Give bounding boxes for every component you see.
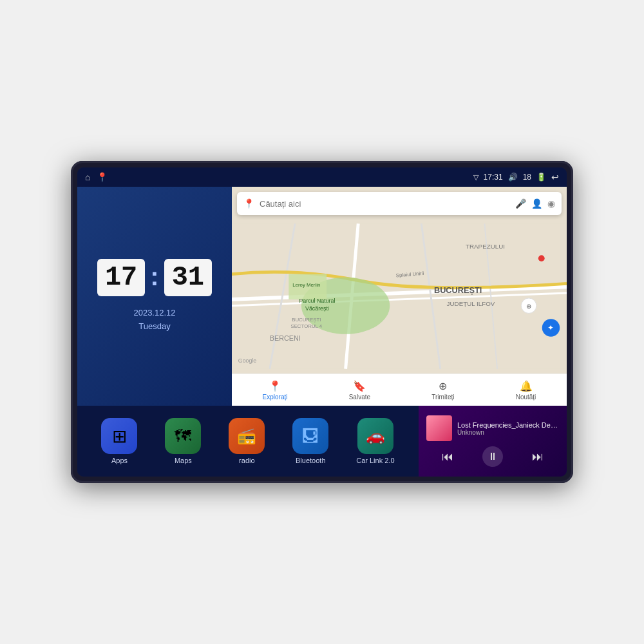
maps-shortcut-icon[interactable]: 📍 [97, 172, 108, 182]
svg-text:BUCUREȘTI: BUCUREȘTI [292, 317, 321, 323]
carlink-label: Car Link 2.0 [356, 457, 394, 464]
maps-icon: 🗺 [175, 426, 191, 446]
svg-text:Google: Google [238, 357, 257, 364]
clock-date: 2023.12.12 Tuesday [133, 307, 175, 334]
radio-icon: 📻 [237, 427, 256, 445]
svg-text:⊕: ⊕ [526, 303, 531, 310]
svg-text:✦: ✦ [547, 323, 554, 332]
app-item-maps[interactable]: 🗺 Maps [165, 418, 201, 464]
noutati-label: Noutăți [516, 393, 536, 401]
device: ⌂ 📍 ▽ 17:31 🔊 18 🔋 ↩ 17 : [71, 161, 573, 483]
map-content: BERCENI BUCUREȘTI JUDEȚUL ILFOV TRAPEZUL… [232, 219, 567, 374]
layers-icon[interactable]: ◉ [547, 198, 555, 209]
battery-icon: 🔋 [536, 173, 546, 182]
status-bar-right: ▽ 17:31 🔊 18 🔋 ↩ [473, 172, 559, 182]
svg-text:BERCENI: BERCENI [270, 334, 301, 342]
trimiteti-label: Trimiteți [431, 393, 454, 401]
maps-label: Maps [175, 457, 192, 464]
svg-text:Leroy Merlin: Leroy Merlin [292, 282, 320, 288]
salvate-label: Salvate [349, 393, 370, 401]
svg-text:Parcul Natural: Parcul Natural [299, 298, 335, 304]
svg-text:SECTORUL 4: SECTORUL 4 [290, 323, 322, 329]
carlink-icon-circle: 🚗 [357, 418, 393, 454]
apps-icon-circle: ⊞ [101, 418, 137, 454]
home-icon[interactable]: ⌂ [85, 172, 90, 182]
svg-text:Văcărești: Văcărești [305, 305, 329, 312]
status-bar-left: ⌂ 📍 [85, 172, 108, 182]
clock-minutes: 31 [164, 259, 212, 296]
status-bar: ⌂ 📍 ▽ 17:31 🔊 18 🔋 ↩ [77, 167, 567, 187]
map-nav-bar: 📍 Explorați 🔖 Salvate ⊕ Trimiteți 🔔 [232, 374, 567, 406]
bottom-section: ⊞ Apps 🗺 Maps 📻 [77, 406, 567, 477]
salvate-icon: 🔖 [353, 380, 366, 392]
explorati-label: Explorați [263, 393, 288, 401]
bluetooth-label: Bluetooth [296, 457, 325, 464]
music-thumbnail [426, 415, 452, 441]
map-nav-salvate[interactable]: 🔖 Salvate [349, 380, 370, 401]
app-item-apps[interactable]: ⊞ Apps [101, 418, 137, 464]
map-search-input[interactable] [260, 199, 510, 209]
map-search-bar[interactable]: 📍 🎤 👤 ◉ [237, 192, 562, 215]
map-pin-icon: 📍 [243, 198, 254, 209]
next-button[interactable]: ⏭ [529, 448, 546, 466]
apps-icon: ⊞ [112, 426, 127, 447]
volume-icon[interactable]: 🔊 [508, 173, 518, 182]
clock-display: 17 : 31 [97, 259, 212, 296]
trimiteti-icon: ⊕ [439, 380, 447, 392]
svg-text:BUCUREȘTI: BUCUREȘTI [434, 285, 482, 295]
music-text: Lost Frequencies_Janieck Devy-... Unknow… [457, 421, 559, 436]
clock-colon: : [150, 262, 158, 291]
map-nav-noutati[interactable]: 🔔 Noutăți [516, 380, 536, 401]
account-icon[interactable]: 👤 [531, 198, 542, 209]
radio-icon-circle: 📻 [229, 418, 265, 454]
bluetooth-icon: ⛾ [302, 426, 319, 446]
music-info: Lost Frequencies_Janieck Devy-... Unknow… [426, 415, 559, 441]
app-item-bluetooth[interactable]: ⛾ Bluetooth [292, 418, 328, 464]
map-panel[interactable]: 📍 🎤 👤 ◉ [232, 187, 567, 406]
svg-point-24 [538, 255, 545, 261]
clock-panel: 17 : 31 2023.12.12 Tuesday [77, 187, 232, 406]
clock-hours: 17 [97, 259, 145, 296]
apps-area: ⊞ Apps 🗺 Maps 📻 [77, 406, 419, 477]
prev-button[interactable]: ⏮ [439, 448, 456, 466]
app-item-radio[interactable]: 📻 radio [229, 418, 265, 464]
noutati-icon: 🔔 [520, 380, 533, 392]
back-icon[interactable]: ↩ [551, 172, 559, 182]
explorati-icon: 📍 [269, 380, 281, 392]
svg-text:JUDEȚUL ILFOV: JUDEȚUL ILFOV [447, 300, 495, 307]
map-nav-explorati[interactable]: 📍 Explorați [263, 380, 288, 401]
main-area: 17 : 31 2023.12.12 Tuesday 📍 🎤 [77, 187, 567, 477]
battery-level: 18 [523, 173, 531, 182]
music-title: Lost Frequencies_Janieck Devy-... [457, 421, 559, 429]
carlink-icon: 🚗 [366, 427, 385, 445]
bluetooth-icon-circle: ⛾ [292, 418, 328, 454]
radio-label: radio [239, 457, 254, 464]
signal-icon: ▽ [473, 173, 478, 182]
screen: ⌂ 📍 ▽ 17:31 🔊 18 🔋 ↩ 17 : [77, 167, 567, 477]
maps-icon-circle: 🗺 [165, 418, 201, 454]
svg-text:TRAPEZULUI: TRAPEZULUI [466, 243, 505, 250]
status-time: 17:31 [484, 173, 503, 182]
top-section: 17 : 31 2023.12.12 Tuesday 📍 🎤 [77, 187, 567, 406]
music-artist: Unknown [457, 429, 559, 436]
mic-icon[interactable]: 🎤 [515, 198, 526, 209]
map-nav-trimiteti[interactable]: ⊕ Trimiteți [431, 380, 454, 401]
music-controls: ⏮ ⏸ ⏭ [426, 446, 559, 467]
app-item-carlink[interactable]: 🚗 Car Link 2.0 [356, 418, 394, 464]
music-panel: Lost Frequencies_Janieck Devy-... Unknow… [419, 406, 567, 477]
play-pause-button[interactable]: ⏸ [482, 446, 503, 467]
apps-label: Apps [111, 457, 128, 464]
